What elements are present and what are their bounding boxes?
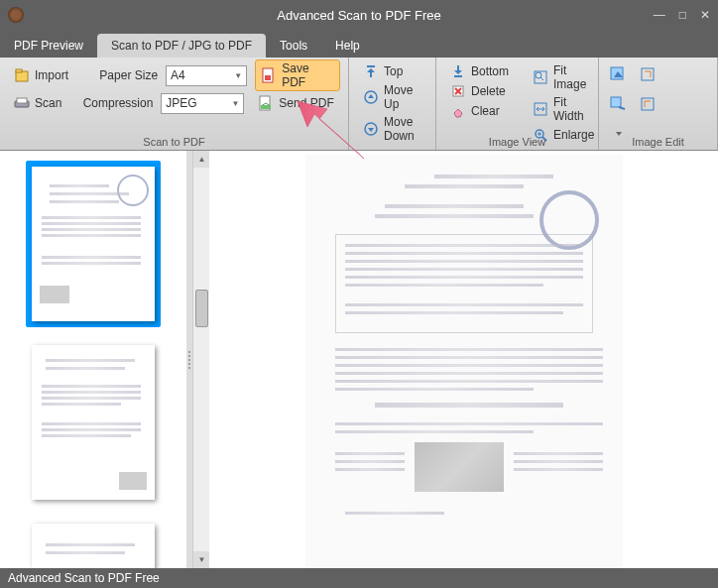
thumbnail-3[interactable] bbox=[26, 518, 161, 568]
thumbnail-2[interactable] bbox=[26, 339, 161, 506]
bottom-label: Bottom bbox=[471, 64, 509, 78]
scroll-down-icon[interactable]: ▼ bbox=[193, 551, 210, 568]
save-pdf-label: Save PDF bbox=[282, 61, 334, 89]
delete-label: Delete bbox=[471, 84, 506, 98]
move-down-icon bbox=[363, 121, 379, 137]
import-button[interactable]: Import bbox=[8, 65, 74, 85]
fit-width-label: Fit Width bbox=[553, 95, 594, 123]
edit-tool-4[interactable] bbox=[637, 93, 660, 115]
send-pdf-icon bbox=[258, 95, 274, 111]
app-title: Advanced Scan to PDF Free bbox=[277, 8, 440, 23]
move-up-label: Move Up bbox=[384, 83, 421, 111]
paper-size-value: A4 bbox=[171, 68, 185, 82]
app-icon bbox=[8, 7, 24, 23]
edit-tool-3[interactable] bbox=[637, 63, 660, 85]
clear-button[interactable]: Clear bbox=[444, 101, 515, 121]
top-icon bbox=[363, 63, 379, 79]
save-pdf-icon bbox=[261, 67, 277, 83]
fit-width-icon bbox=[533, 101, 548, 117]
top-label: Top bbox=[384, 64, 403, 78]
move-up-button[interactable]: Move Up bbox=[357, 81, 427, 113]
clear-icon bbox=[450, 103, 466, 119]
group-label-image-edit: Image Edit bbox=[599, 136, 717, 148]
svg-rect-18 bbox=[611, 97, 621, 107]
scrollbar-thumb[interactable] bbox=[195, 290, 208, 327]
svg-rect-1 bbox=[16, 69, 22, 72]
import-label: Import bbox=[35, 68, 68, 82]
send-pdf-button[interactable]: Send PDF bbox=[252, 93, 339, 113]
delete-icon bbox=[450, 83, 466, 99]
move-down-button[interactable]: Move Down bbox=[357, 113, 427, 145]
svg-rect-5 bbox=[17, 98, 27, 103]
chevron-down-icon: ▼ bbox=[234, 71, 242, 80]
document-page bbox=[305, 155, 623, 568]
title-bar: Advanced Scan to PDF Free — □ ✕ bbox=[0, 0, 718, 30]
group-label-scan: Scan to PDF bbox=[0, 136, 348, 148]
scan-icon bbox=[14, 95, 30, 111]
import-icon bbox=[14, 67, 30, 83]
move-down-label: Move Down bbox=[384, 115, 421, 143]
bottom-button[interactable]: Bottom bbox=[444, 61, 515, 81]
paper-size-dropdown[interactable]: A4 ▼ bbox=[166, 65, 247, 86]
thumbnail-1[interactable] bbox=[26, 161, 161, 327]
fit-image-label: Fit Image bbox=[553, 63, 594, 91]
compression-label: Compression bbox=[75, 96, 153, 110]
tab-help[interactable]: Help bbox=[321, 34, 374, 58]
group-label-image-view: Image View bbox=[436, 136, 598, 148]
fit-image-button[interactable]: Fit Image bbox=[527, 61, 600, 93]
compression-dropdown[interactable]: JPEG ▼ bbox=[161, 93, 244, 114]
thumbnail-panel bbox=[0, 151, 186, 568]
status-bar: Advanced Scan to PDF Free bbox=[0, 568, 718, 588]
svg-rect-19 bbox=[642, 68, 654, 80]
minimize-button[interactable]: — bbox=[654, 8, 665, 22]
thumbnail-scrollbar[interactable]: ▲ ▼ bbox=[192, 151, 209, 568]
svg-rect-8 bbox=[367, 65, 375, 67]
save-pdf-button[interactable]: Save PDF bbox=[255, 59, 340, 91]
scroll-up-icon[interactable]: ▲ bbox=[193, 151, 210, 168]
tab-scan-to-pdf[interactable]: Scan to PDF / JPG to PDF bbox=[97, 34, 266, 58]
move-up-icon bbox=[363, 89, 379, 105]
edit-tool-2[interactable] bbox=[607, 93, 631, 115]
svg-rect-20 bbox=[642, 98, 654, 110]
paper-size-label: Paper Size bbox=[82, 68, 158, 82]
maximize-button[interactable]: □ bbox=[679, 8, 686, 22]
group-image-view: Bottom Delete Clear Fit Image bbox=[436, 58, 599, 150]
send-pdf-label: Send PDF bbox=[279, 96, 333, 110]
group-scan-to-pdf: Import Paper Size A4 ▼ Save PDF Scan Com… bbox=[0, 58, 349, 150]
tab-tools[interactable]: Tools bbox=[266, 34, 321, 58]
svg-rect-7 bbox=[261, 105, 271, 109]
delete-button[interactable]: Delete bbox=[444, 81, 515, 101]
group-image-edit: Image Edit bbox=[599, 58, 718, 150]
fit-image-icon bbox=[533, 69, 548, 85]
top-button[interactable]: Top bbox=[357, 61, 427, 81]
content-area: ▲ ▼ bbox=[0, 151, 718, 568]
chevron-down-icon: ▼ bbox=[231, 99, 239, 108]
menu-bar: PDF Preview Scan to PDF / JPG to PDF Too… bbox=[0, 30, 718, 58]
tab-pdf-preview[interactable]: PDF Preview bbox=[0, 34, 97, 58]
document-view[interactable] bbox=[209, 151, 718, 568]
scan-button[interactable]: Scan bbox=[8, 93, 67, 113]
clear-label: Clear bbox=[471, 104, 500, 118]
bottom-icon bbox=[450, 63, 466, 79]
status-text: Advanced Scan to PDF Free bbox=[8, 571, 160, 585]
svg-rect-3 bbox=[265, 75, 271, 80]
svg-rect-11 bbox=[454, 75, 462, 77]
close-button[interactable]: ✕ bbox=[700, 8, 710, 22]
group-move: Top Move Up Move Down bbox=[349, 58, 436, 150]
ribbon: Import Paper Size A4 ▼ Save PDF Scan Com… bbox=[0, 58, 718, 151]
fit-width-button[interactable]: Fit Width bbox=[527, 93, 600, 125]
edit-tool-1[interactable] bbox=[607, 63, 631, 85]
scan-label: Scan bbox=[35, 96, 61, 110]
compression-value: JPEG bbox=[166, 96, 196, 110]
